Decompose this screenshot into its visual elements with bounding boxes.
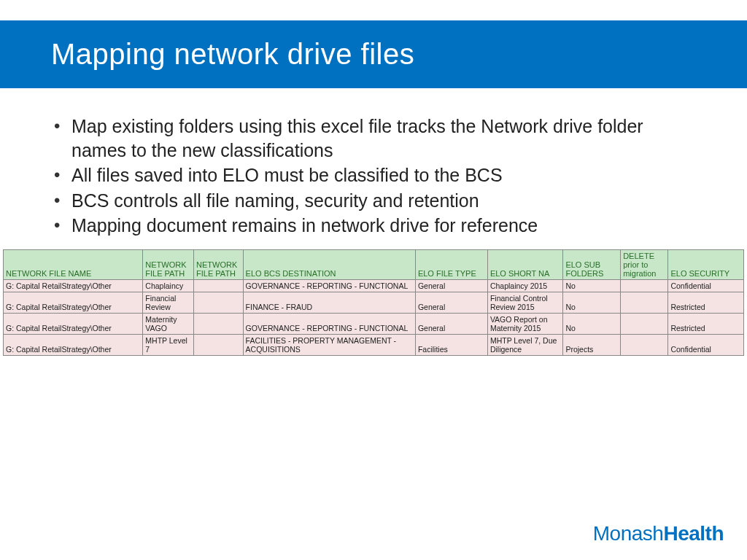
th-elo-file-type: ELO FILE TYPE [415,249,487,279]
cell-sn: Chaplaincy 2015 [487,279,563,292]
bullet-item: All files saved into ELO must be classif… [51,163,696,187]
logo-part-2: Health [663,522,724,545]
th-delete-prior: DELETE prior to migration [621,249,668,279]
cell-ft: General [415,292,487,313]
th-network-file-name: NETWORK FILE NAME [4,249,143,279]
cell-sec: Restricted [668,313,744,334]
cell-ft: Facilities [415,334,487,355]
table-row: G: Capital RetailStrategy\Other MHTP Lev… [4,334,744,355]
cell-nfp2 [194,313,244,334]
cell-ft: General [415,279,487,292]
cell-sn: VAGO Report on Maternity 2015 [487,313,563,334]
title-bar: Mapping network drive files [0,20,747,88]
cell-bcs: GOVERNANCE - REPORTING - FUNCTIONAL [243,279,415,292]
cell-nfp1: Financial Review [143,292,194,313]
cell-bcs: FINANCE - FRAUD [243,292,415,313]
slide-title: Mapping network drive files [51,38,747,71]
cell-del [621,279,668,292]
cell-sn: Financial Control Review 2015 [487,292,563,313]
cell-sub: No [563,313,621,334]
cell-sec: Confidential [668,279,744,292]
cell-nfn: G: Capital RetailStrategy\Other [4,313,143,334]
cell-sub: Projects [563,334,621,355]
bullet-item: BCS controls all file naming, security a… [51,189,696,213]
bullet-item: Map existing folders using this excel fi… [51,114,696,162]
cell-del [621,292,668,313]
th-elo-sub-folders: ELO SUB FOLDERS [563,249,621,279]
th-network-file-path-2: NETWORK FILE PATH [194,249,244,279]
cell-del [621,313,668,334]
table-row: G: Capital RetailStrategy\Other Chaplain… [4,279,744,292]
cell-nfp1: Maternity VAGO [143,313,194,334]
table-row: G: Capital RetailStrategy\Other Maternit… [4,313,744,334]
cell-nfp1: Chaplaincy [143,279,194,292]
cell-nfn: G: Capital RetailStrategy\Other [4,292,143,313]
bullet-list: Map existing folders using this excel fi… [51,114,696,238]
logo-part-1: Monash [593,522,664,545]
cell-ft: General [415,313,487,334]
bullet-item: Mapping document remains in network driv… [51,214,696,238]
cell-nfn: G: Capital RetailStrategy\Other [4,279,143,292]
footer-logo: MonashHealth [593,522,724,545]
table-row: G: Capital RetailStrategy\Other Financia… [4,292,744,313]
cell-sub: No [563,292,621,313]
th-elo-short-name: ELO SHORT NA [487,249,563,279]
cell-nfn: G: Capital RetailStrategy\Other [4,334,143,355]
mapping-table-wrap: NETWORK FILE NAME NETWORK FILE PATH NETW… [0,239,747,356]
cell-bcs: FACILITIES - PROPERTY MANAGEMENT - ACQUI… [243,334,415,355]
cell-nfp2 [194,292,244,313]
table-header-row: NETWORK FILE NAME NETWORK FILE PATH NETW… [4,249,744,279]
cell-sn: MHTP Level 7, Due Diligence [487,334,563,355]
mapping-table: NETWORK FILE NAME NETWORK FILE PATH NETW… [3,249,744,356]
th-elo-security: ELO SECURITY [668,249,744,279]
cell-nfp1: MHTP Level 7 [143,334,194,355]
cell-bcs: GOVERNANCE - REPORTING - FUNCTIONAL [243,313,415,334]
cell-nfp2 [194,279,244,292]
cell-sec: Confidential [668,334,744,355]
cell-sec: Restricted [668,292,744,313]
cell-del [621,334,668,355]
cell-nfp2 [194,334,244,355]
content-area: Map existing folders using this excel fi… [0,88,747,238]
th-elo-bcs-destination: ELO BCS DESTINATION [243,249,415,279]
th-network-file-path-1: NETWORK FILE PATH [143,249,194,279]
cell-sub: No [563,279,621,292]
